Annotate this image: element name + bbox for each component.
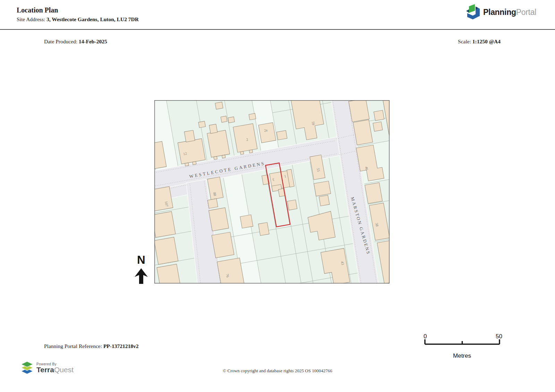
brand-planning: Planning — [483, 8, 516, 17]
scale-bar-end: 50 — [496, 333, 502, 340]
north-label: N — [133, 254, 149, 265]
house-number-46: 46 — [365, 166, 369, 171]
reference-label: Planning Portal Reference: — [44, 343, 103, 349]
site-address-value: 3, Westlecote Gardens, Luton, LU2 7DR — [46, 16, 139, 22]
copyright-notice: © Crown copyright and database rights 20… — [0, 368, 555, 374]
planning-portal-wordmark: PlanningPortal — [483, 8, 536, 17]
date-produced: Date Produced: 14-Feb-2025 — [44, 38, 107, 45]
planning-portal-icon — [464, 3, 480, 21]
location-plan-page: Location Plan Site Address: 3, Westlecot… — [0, 0, 555, 392]
site-address-label: Site Address: — [17, 16, 46, 22]
scale-bar-unit: Metres — [453, 352, 471, 359]
north-arrow: N — [133, 254, 149, 285]
brand-portal: Portal — [516, 8, 536, 17]
scale-value: 1:1250 @A4 — [472, 38, 501, 44]
north-arrow-icon — [133, 268, 149, 284]
scale-label: Scale: — [458, 38, 472, 44]
map-container: WESTLECOTE GARDENS MARSTON GARDENS 12 2 … — [154, 100, 390, 284]
scale-bar: 0 50 Metres — [421, 333, 505, 363]
house-number-12: 12 — [183, 151, 187, 156]
planning-portal-logo: PlanningPortal — [464, 3, 536, 21]
house-number-76: 76 — [225, 273, 230, 278]
header-divider — [0, 29, 555, 30]
house-number-55: 55 — [316, 168, 321, 172]
page-title: Location Plan — [17, 6, 58, 14]
scale-bar-start: 0 — [424, 333, 427, 340]
scale-info: Scale: 1:1250 @A4 — [458, 38, 501, 45]
date-label: Date Produced: — [44, 38, 79, 44]
house-number-59: 59 — [311, 121, 316, 125]
house-number-43: 43 — [340, 261, 345, 265]
site-address: Site Address: 3, Westlecote Gardens, Lut… — [17, 16, 139, 23]
map-canvas: WESTLECOTE GARDENS MARSTON GARDENS 12 2 … — [154, 100, 390, 284]
house-number-88: 88 — [213, 192, 217, 196]
date-value: 14-Feb-2025 — [79, 38, 107, 44]
house-number-38: 38 — [375, 223, 379, 227]
planning-reference: Planning Portal Reference: PP-13721218v2 — [44, 343, 139, 349]
reference-value: PP-13721218v2 — [103, 343, 139, 349]
